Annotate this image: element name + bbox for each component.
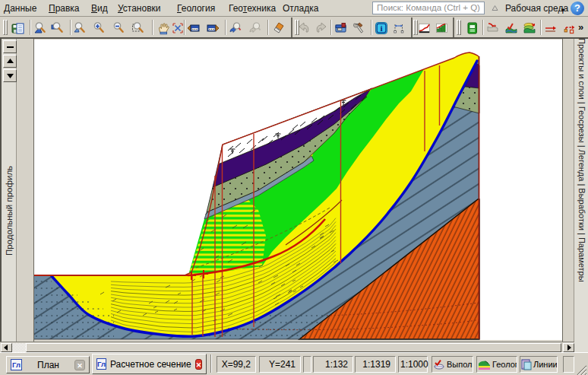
svg-text:i: i xyxy=(380,24,382,33)
